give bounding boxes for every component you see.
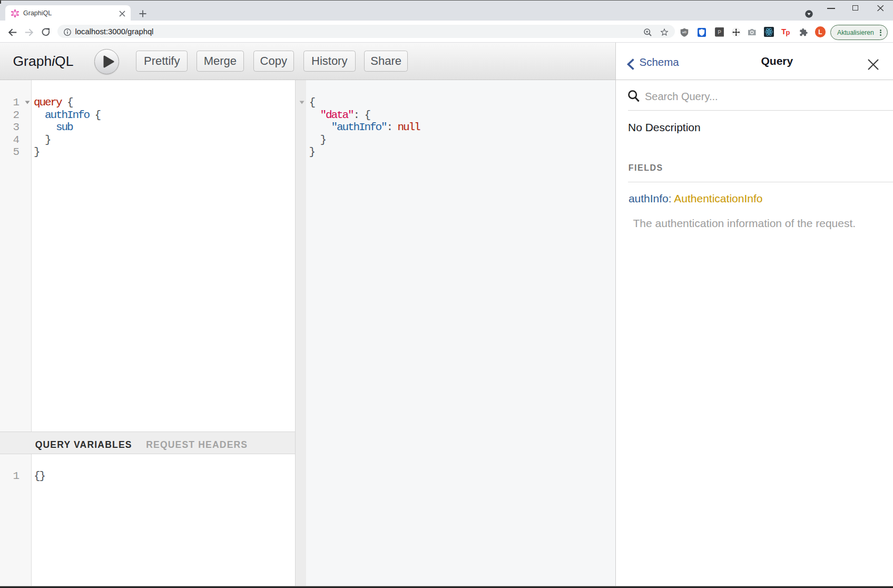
svg-text:P: P	[718, 30, 721, 35]
svg-text:uO: uO	[682, 30, 686, 33]
